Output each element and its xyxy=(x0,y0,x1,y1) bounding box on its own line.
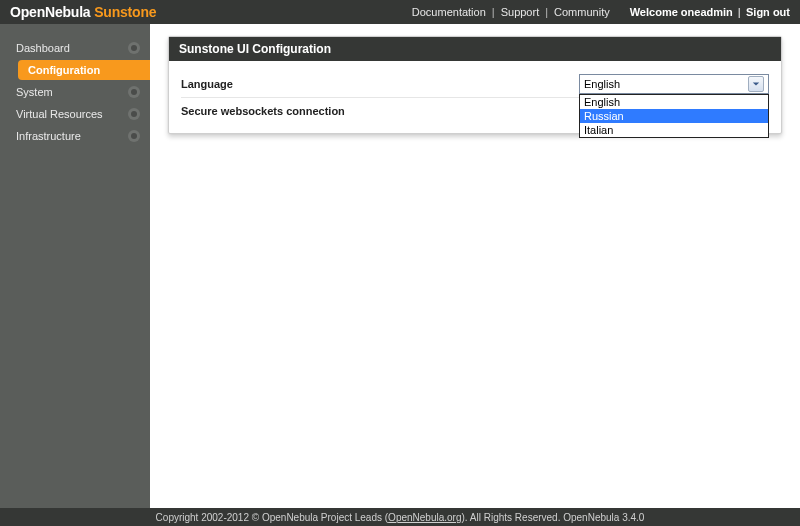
sidebar-item-configuration[interactable]: Configuration xyxy=(18,60,150,80)
expand-icon xyxy=(128,108,140,120)
content-area: Sunstone UI Configuration Language Engli… xyxy=(150,24,800,508)
language-option[interactable]: English xyxy=(580,95,768,109)
config-panel: Sunstone UI Configuration Language Engli… xyxy=(168,36,782,134)
language-select-display[interactable]: English xyxy=(579,74,769,94)
row-control-language: English EnglishRussianItalian xyxy=(579,74,769,94)
sidebar-item-label: Dashboard xyxy=(16,42,70,54)
link-documentation[interactable]: Documentation xyxy=(412,6,486,18)
link-community[interactable]: Community xyxy=(554,6,610,18)
sidebar-item-label: Configuration xyxy=(28,64,100,76)
expand-icon xyxy=(128,130,140,142)
chevron-down-icon xyxy=(748,76,764,92)
language-options-list: EnglishRussianItalian xyxy=(579,94,769,138)
language-select[interactable]: English EnglishRussianItalian xyxy=(579,74,769,94)
separator: | xyxy=(736,6,743,18)
row-language: Language English EnglishRussianItalian xyxy=(181,71,769,97)
footer-text-pre: Copyright 2002-2012 © OpenNebula Project… xyxy=(156,512,389,523)
separator: | xyxy=(490,6,497,18)
sidebar-item-system[interactable]: System xyxy=(6,82,150,102)
footer-link[interactable]: OpenNebula.org xyxy=(388,512,461,523)
brand-primary: OpenNebula xyxy=(10,4,90,20)
brand: OpenNebula Sunstone xyxy=(10,4,156,20)
footer-text-post: ). All Rights Reserved. OpenNebula 3.4.0 xyxy=(462,512,645,523)
sidebar-item-infrastructure[interactable]: Infrastructure xyxy=(6,126,150,146)
welcome-block: Welcome oneadmin | Sign out xyxy=(630,6,790,18)
sidebar-item-virtual-resources[interactable]: Virtual Resources xyxy=(6,104,150,124)
welcome-prefix: Welcome xyxy=(630,6,681,18)
panel-body: Language English EnglishRussianItalian xyxy=(169,61,781,133)
top-links: Documentation | Support | Community Welc… xyxy=(412,6,790,18)
sidebar-item-label: System xyxy=(16,86,53,98)
panel-title: Sunstone UI Configuration xyxy=(169,37,781,61)
row-label-wss: Secure websockets connection xyxy=(181,105,345,117)
brand-accent: Sunstone xyxy=(90,4,156,20)
separator: | xyxy=(543,6,550,18)
welcome-user: oneadmin xyxy=(681,6,733,18)
language-option[interactable]: Italian xyxy=(580,123,768,137)
expand-icon xyxy=(128,86,140,98)
sidebar-item-dashboard[interactable]: Dashboard xyxy=(6,38,150,58)
expand-icon xyxy=(128,42,140,54)
svg-point-2 xyxy=(131,111,137,117)
sidebar-item-label: Virtual Resources xyxy=(16,108,103,120)
link-support[interactable]: Support xyxy=(501,6,540,18)
row-label-language: Language xyxy=(181,78,233,90)
footer-bar: Copyright 2002-2012 © OpenNebula Project… xyxy=(0,508,800,526)
language-option[interactable]: Russian xyxy=(580,109,768,123)
svg-point-1 xyxy=(131,89,137,95)
sidebar: Dashboard Configuration System Virtual R… xyxy=(0,24,150,508)
top-bar: OpenNebula Sunstone Documentation | Supp… xyxy=(0,0,800,24)
svg-point-0 xyxy=(131,45,137,51)
svg-point-3 xyxy=(131,133,137,139)
link-signout[interactable]: Sign out xyxy=(746,6,790,18)
main-area: Dashboard Configuration System Virtual R… xyxy=(0,24,800,508)
language-select-value: English xyxy=(584,78,620,90)
sidebar-item-label: Infrastructure xyxy=(16,130,81,142)
